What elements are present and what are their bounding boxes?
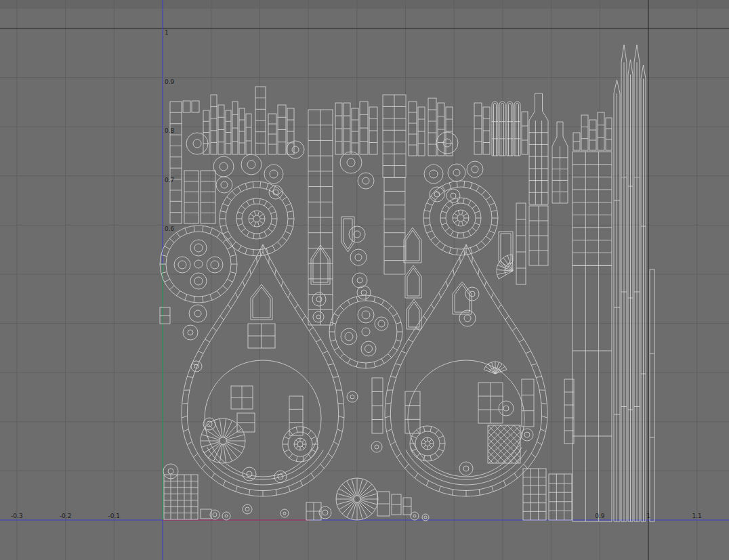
axis-label-u--0.2: -0.2	[60, 513, 72, 519]
axis-label-v-0.9: 0.9	[165, 79, 175, 85]
axis-label-u--0.1: -0.1	[108, 513, 121, 519]
axis-label-v-0.6: 0.6	[165, 225, 175, 232]
axis-label-v-0.8: 0.8	[165, 127, 175, 134]
axis-label-u-0.9: 0.9	[595, 513, 605, 519]
axis-label-v-0.7: 0.7	[165, 177, 174, 184]
uv-editor-viewport: -0.3-0.2-0.10.911.110.90.80.70.6	[0, 0, 729, 560]
axis-label-v-1: 1	[165, 29, 169, 36]
axis-label-u--0.3: -0.3	[11, 513, 23, 519]
axis-label-u-1: 1	[646, 513, 650, 519]
axis-label-u-1.1: 1.1	[692, 513, 702, 519]
uv-editor-canvas[interactable]: -0.3-0.2-0.10.911.110.90.80.70.6	[0, 0, 729, 560]
